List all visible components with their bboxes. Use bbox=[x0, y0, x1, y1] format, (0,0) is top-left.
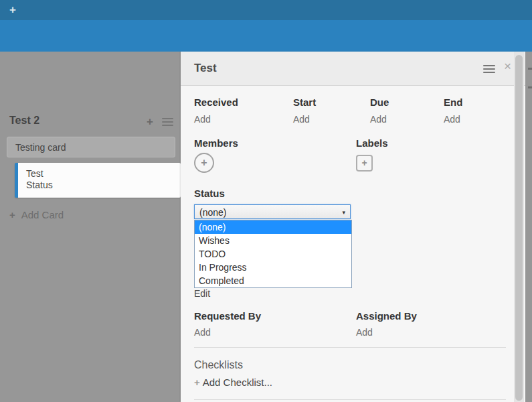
section-divider bbox=[194, 399, 506, 400]
card-detail-header: Test × bbox=[181, 52, 525, 86]
add-card-label: Add Card bbox=[21, 209, 64, 220]
add-checklist-label: Add Checklist... bbox=[203, 377, 272, 388]
add-card-button[interactable]: +Add Card bbox=[9, 209, 64, 220]
minicard-testing-card[interactable]: Testing card bbox=[7, 137, 175, 157]
next-list-icon-fragment bbox=[528, 86, 532, 88]
hamburger-bar bbox=[162, 118, 173, 119]
panel-scrollbar-track[interactable] bbox=[514, 52, 524, 402]
board-header bbox=[0, 20, 532, 52]
status-dropdown-list: (none) Wishes TODO In Progress Completed bbox=[194, 220, 352, 288]
add-member-button[interactable]: + bbox=[194, 153, 214, 173]
due-label: Due bbox=[370, 96, 389, 108]
hamburger-icon[interactable] bbox=[483, 63, 495, 75]
status-option-todo[interactable]: TODO bbox=[195, 247, 351, 261]
minicard-test-selected[interactable]: Test Status bbox=[15, 163, 181, 198]
received-label: Received bbox=[194, 96, 238, 108]
hamburger-bar bbox=[483, 68, 495, 70]
assigned-by-label: Assigned By bbox=[356, 310, 417, 322]
list-add-card-icon[interactable]: + bbox=[147, 115, 153, 129]
minicard-title: Test bbox=[18, 163, 181, 179]
status-label: Status bbox=[194, 188, 225, 199]
hamburger-icon[interactable] bbox=[162, 116, 173, 128]
list-test2: Test 2 + Testing card Test Status +Add C… bbox=[0, 52, 181, 402]
checklists-title: Checklists bbox=[194, 359, 243, 371]
members-label: Members bbox=[194, 137, 238, 149]
status-option-in-progress[interactable]: In Progress bbox=[195, 261, 351, 274]
hamburger-bar bbox=[162, 121, 173, 123]
status-select[interactable]: (none) ▾ bbox=[194, 204, 351, 219]
list-title: Test 2 bbox=[9, 115, 39, 127]
next-list-icon-fragment bbox=[528, 68, 532, 70]
end-add-link[interactable]: Add bbox=[444, 114, 460, 125]
received-add-link[interactable]: Add bbox=[194, 114, 211, 125]
dropdown-arrow-icon: ▾ bbox=[342, 209, 345, 216]
plus-icon: + bbox=[201, 157, 207, 168]
app-window: + Test 2 + Testing card Test Status +Add… bbox=[0, 0, 532, 402]
add-label-button[interactable]: + bbox=[356, 155, 373, 172]
assigned-by-add-link[interactable]: Add bbox=[356, 327, 373, 338]
status-option-completed[interactable]: Completed bbox=[195, 274, 351, 287]
start-add-link[interactable]: Add bbox=[293, 114, 310, 125]
status-edit-link[interactable]: Edit bbox=[194, 288, 210, 299]
add-board-icon[interactable]: + bbox=[9, 3, 16, 17]
labels-label: Labels bbox=[356, 137, 388, 149]
hamburger-bar bbox=[483, 65, 495, 66]
plus-icon: + bbox=[361, 157, 367, 168]
minicard-title: Testing card bbox=[7, 137, 175, 153]
top-bar: + bbox=[0, 0, 532, 20]
plus-icon: + bbox=[9, 209, 15, 220]
card-detail-panel: Test × Received Start Due End Add Add Ad… bbox=[181, 52, 525, 402]
requested-by-add-link[interactable]: Add bbox=[194, 327, 211, 338]
due-add-link[interactable]: Add bbox=[370, 114, 387, 125]
hamburger-bar bbox=[162, 125, 173, 126]
section-divider bbox=[194, 347, 506, 348]
close-icon[interactable]: × bbox=[504, 59, 511, 74]
minicard-status-field: Status bbox=[18, 179, 181, 190]
card-title: Test bbox=[194, 62, 217, 75]
requested-by-label: Requested By bbox=[194, 310, 261, 322]
status-option-none[interactable]: (none) bbox=[195, 220, 351, 234]
status-option-wishes[interactable]: Wishes bbox=[195, 234, 351, 247]
add-checklist-button[interactable]: +Add Checklist... bbox=[194, 377, 272, 388]
start-label: Start bbox=[293, 96, 316, 108]
status-selected-value: (none) bbox=[199, 207, 226, 218]
end-label: End bbox=[444, 96, 462, 108]
plus-icon: + bbox=[194, 377, 200, 388]
panel-scrollbar-thumb[interactable] bbox=[515, 55, 523, 401]
hamburger-bar bbox=[483, 72, 495, 73]
